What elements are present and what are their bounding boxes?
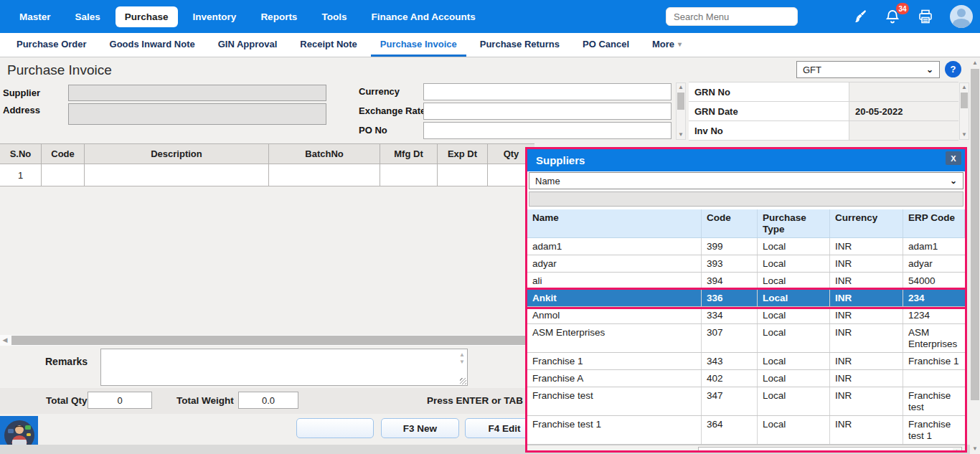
supplier-cell: Local (758, 416, 830, 444)
supplier-cell: 402 (702, 370, 758, 387)
supplier-row[interactable]: adyar393LocalINRadyar (527, 255, 965, 273)
grid-header-row: S.NoCodeDescriptionBatchNoMfg DtExp DtQt… (0, 143, 534, 164)
tab-goods-inward-note[interactable]: Goods Inward Note (100, 33, 204, 57)
po-no-field[interactable] (423, 122, 672, 139)
supplier-cell: Local (758, 387, 830, 415)
suppliers-table-header: NameCodePurchase TypeCurrencyERP Code (527, 209, 965, 238)
grn-scrollbar-thumb[interactable] (961, 93, 968, 108)
menu-item-sales[interactable]: Sales (66, 6, 110, 27)
supplier-cell: 364 (702, 416, 758, 444)
total-qty-field[interactable]: 0 (88, 392, 152, 409)
form-scrollbar-thumb[interactable] (677, 93, 684, 110)
grid-cell[interactable] (42, 164, 85, 186)
supplier-row[interactable]: Franchise A402LocalINR (527, 370, 965, 387)
supplier-cell: Local (758, 255, 830, 272)
form-scrollbar[interactable]: ▲ ▼ (676, 82, 686, 140)
tab-more[interactable]: More▾ (643, 33, 691, 57)
scroll-down-icon[interactable]: ▼ (970, 444, 980, 453)
menu-item-tools[interactable]: Tools (312, 6, 356, 27)
resize-handle[interactable] (460, 378, 466, 384)
scroll-up-icon[interactable]: ▲ (677, 84, 685, 91)
grn-scrollbar[interactable]: ▲ ▼ (959, 82, 969, 140)
supplier-cell: Local (758, 290, 830, 306)
notifications-bell-icon[interactable]: 34 (884, 8, 901, 25)
search-input[interactable] (666, 7, 798, 26)
popup-column-purchase-type: Purchase Type (758, 209, 830, 237)
grn-row-value[interactable]: 20-05-2022 (849, 102, 958, 120)
grn-row-value[interactable] (849, 121, 958, 140)
supplier-cell: INR (830, 238, 903, 255)
menu-item-master[interactable]: Master (10, 6, 60, 27)
supplier-cell: Franchise test (903, 387, 965, 415)
f3-new-button[interactable]: F3 New (381, 418, 459, 438)
scroll-up-icon[interactable]: ▲ (960, 84, 969, 91)
scroll-down-icon[interactable]: ▼ (677, 131, 685, 138)
popup-filter-select[interactable]: Name ⌄ (529, 172, 963, 189)
supplier-row[interactable]: ASM Enterprises307LocalINRASM Enterprise… (527, 324, 965, 353)
address-field[interactable] (68, 103, 326, 125)
grid-cell[interactable] (438, 164, 488, 186)
close-icon[interactable]: X (946, 151, 961, 165)
scroll-up-icon[interactable]: ▲ (970, 58, 980, 67)
scroll-up-icon[interactable]: ▲ (953, 448, 961, 450)
supplier-row[interactable]: ali394LocalINR54000 (527, 273, 965, 290)
spinner-down-icon[interactable]: ▼ (459, 359, 465, 365)
grid-cell[interactable] (380, 164, 438, 186)
horizontal-scrollbar-thumb[interactable] (11, 336, 531, 345)
supplier-row[interactable]: Anmol334LocalINR1234 (527, 307, 965, 324)
grn-row-label: GRN No (689, 82, 849, 101)
supplier-row[interactable]: adam1399LocalINRadam1 (527, 238, 965, 255)
supplier-cell: Ankit (527, 290, 702, 306)
supplier-cell: 307 (702, 324, 758, 352)
branch-select[interactable]: GFT ⌄ (796, 61, 940, 78)
menu-item-finance-and-accounts[interactable]: Finance And Accounts (362, 6, 484, 27)
scroll-left-icon[interactable]: ◀ (0, 335, 10, 346)
tab-purchase-order[interactable]: Purchase Order (7, 33, 96, 57)
remarks-textarea[interactable]: ▲ ▼ (100, 349, 468, 386)
invoice-items-grid: S.NoCodeDescriptionBatchNoMfg DtExp DtQt… (0, 143, 534, 186)
address-scrollbar[interactable]: ▲ (953, 448, 961, 450)
popup-search-input[interactable] (529, 191, 963, 207)
popup-title: Suppliers (527, 154, 585, 166)
grid-cell[interactable] (269, 164, 380, 186)
tab-po-cancel[interactable]: PO Cancel (573, 33, 639, 57)
address-label: Address (3, 105, 40, 115)
exchange-rate-field[interactable] (423, 103, 672, 120)
tab-receipt-note[interactable]: Receipt Note (291, 33, 366, 57)
page-vertical-scrollbar[interactable]: ▲ ▼ (970, 57, 980, 454)
menu-item-reports[interactable]: Reports (251, 6, 306, 27)
spinner-up-icon[interactable]: ▲ (459, 352, 465, 358)
printer-icon[interactable] (917, 8, 934, 25)
page-scrollbar-thumb[interactable] (971, 69, 979, 400)
tab-purchase-returns[interactable]: Purchase Returns (471, 33, 569, 57)
address1-field[interactable]: Ground Floor, Indira Complex ▲ (698, 447, 962, 450)
menu-item-purchase[interactable]: Purchase (116, 6, 178, 27)
supplier-row[interactable]: Franchise test347LocalINRFranchise test (527, 387, 965, 416)
tab-gin-approval[interactable]: GIN Approval (209, 33, 287, 57)
popup-column-erp-code: ERP Code (903, 209, 965, 237)
supplier-row-selected[interactable]: Ankit336LocalINR234 (527, 290, 965, 307)
supplier-cell: 334 (702, 307, 758, 323)
scroll-down-icon[interactable]: ▼ (960, 131, 969, 138)
user-avatar[interactable] (950, 5, 973, 28)
supplier-cell: adyar (903, 255, 965, 272)
grid-cell[interactable] (85, 164, 269, 186)
grid-cell[interactable]: 1 (0, 164, 42, 186)
tab-purchase-invoice[interactable]: Purchase Invoice (371, 33, 466, 57)
supplier-cell: Local (758, 370, 830, 387)
currency-field[interactable] (423, 83, 672, 100)
blank-action-button[interactable] (296, 418, 374, 438)
supplier-cell: 234 (903, 290, 965, 306)
menu-item-inventory[interactable]: Inventory (184, 6, 246, 27)
supplier-row[interactable]: Franchise 1343LocalINRFranchise 1 (527, 353, 965, 370)
help-button[interactable]: ? (945, 61, 961, 77)
supplier-field[interactable] (68, 85, 326, 101)
supplier-row[interactable]: Franchise test 1364LocalINRFranchise tes… (527, 416, 965, 445)
theme-brush-icon[interactable] (851, 8, 868, 25)
supplier-cell: Local (758, 324, 830, 352)
grn-row-value[interactable] (849, 82, 958, 101)
supplier-cell: 343 (702, 353, 758, 369)
avatar-body (953, 19, 970, 28)
grid-horizontal-scrollbar[interactable]: ◀ (0, 335, 534, 346)
total-weight-field[interactable]: 0.0 (238, 392, 298, 409)
